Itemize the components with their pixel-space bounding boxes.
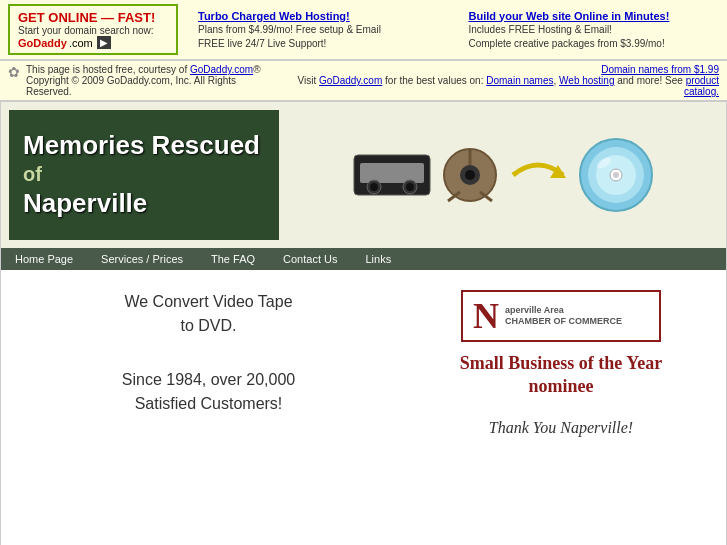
conversion-arrow-icon bbox=[508, 150, 568, 200]
web-hosting-link[interactable]: Web hosting bbox=[559, 75, 614, 86]
ad-links: Turbo Charged Web Hosting! Plans from $4… bbox=[188, 9, 719, 51]
nav-contact[interactable]: Contact Us bbox=[269, 248, 351, 270]
header-image bbox=[289, 110, 718, 240]
turbo-hosting-line1: Plans from $4.99/mo! Free setup & Email bbox=[198, 23, 449, 37]
svg-point-17 bbox=[613, 172, 619, 178]
nav-services[interactable]: Services / Prices bbox=[87, 248, 197, 270]
chamber-n: N bbox=[473, 298, 499, 334]
visit-text: Visit GoDaddy.com for the best values on… bbox=[275, 75, 719, 97]
ad-headline: GET ONLINE — FAST! bbox=[18, 10, 168, 25]
main-text-line2: to DVD. bbox=[31, 314, 386, 338]
godaddy-logo: GoDaddy bbox=[18, 37, 67, 49]
since-text-line2: Satisfied Customers! bbox=[31, 392, 386, 416]
logo-line2: of bbox=[23, 163, 265, 186]
chamber-subtitle: CHAMBER OF COMMERCE bbox=[505, 316, 622, 327]
site-header: Memories Rescued of Naperville bbox=[1, 102, 726, 248]
nav-home[interactable]: Home Page bbox=[1, 248, 87, 270]
turbo-hosting-line2: FREE live 24/7 Live Support! bbox=[198, 37, 449, 51]
nav-links[interactable]: Links bbox=[351, 248, 405, 270]
left-info: ✿ This page is hosted free, courtesy of … bbox=[8, 64, 275, 97]
since-text: Since 1984, over 20,000 Satisfied Custom… bbox=[31, 368, 386, 416]
since-text-line1: Since 1984, over 20,000 bbox=[31, 368, 386, 392]
ad-domain: GoDaddy .com ▶ bbox=[18, 36, 168, 49]
go-button[interactable]: ▶ bbox=[97, 36, 111, 49]
build-website-line2: Complete creative packages from $3.99/mo… bbox=[469, 37, 720, 51]
godaddy-link[interactable]: GoDaddy.com bbox=[190, 64, 253, 75]
godaddy-info-bar: ✿ This page is hosted free, courtesy of … bbox=[0, 60, 727, 101]
hosted-text: This page is hosted free, courtesy of Go… bbox=[26, 64, 275, 75]
vhs-tape-icon bbox=[352, 145, 432, 205]
svg-point-3 bbox=[370, 183, 378, 191]
logo-line3: Naperville bbox=[23, 188, 265, 219]
small-business-text: Small Business of the Year nominee bbox=[460, 352, 662, 399]
ad-link-col-2: Build your Web site Online in Minutes! I… bbox=[469, 9, 720, 51]
small-business-line1: Small Business of the Year bbox=[460, 352, 662, 375]
right-info: Domain names from $1.99 Visit GoDaddy.co… bbox=[275, 64, 719, 97]
domain-names-link[interactable]: Domain names bbox=[486, 75, 553, 86]
domain-suffix: .com bbox=[69, 37, 93, 49]
svg-point-5 bbox=[406, 183, 414, 191]
right-content: N aperville Area CHAMBER OF COMMERCE Sma… bbox=[406, 270, 726, 545]
main-text-line1: We Convert Video Tape bbox=[31, 290, 386, 314]
left-content: We Convert Video Tape to DVD. Since 1984… bbox=[1, 270, 406, 545]
top-ad-banner: GET ONLINE — FAST! Start your domain sea… bbox=[0, 0, 727, 60]
build-website-line1: Includes FREE Hosting & Email! bbox=[469, 23, 720, 37]
svg-point-8 bbox=[465, 170, 475, 180]
thank-you-text: Thank You Naperville! bbox=[489, 419, 633, 437]
godaddy-link2[interactable]: GoDaddy.com bbox=[319, 75, 382, 86]
domain-names-price-link[interactable]: Domain names from $1.99 bbox=[601, 64, 719, 75]
reel-tape-icon bbox=[440, 145, 500, 205]
ad-link-col-1: Turbo Charged Web Hosting! Plans from $4… bbox=[198, 9, 449, 51]
ad-sub: Start your domain search now: bbox=[18, 25, 168, 36]
hosted-info: This page is hosted free, courtesy of Go… bbox=[26, 64, 275, 97]
svg-rect-1 bbox=[360, 163, 424, 183]
nav-bar: Home Page Services / Prices The FAQ Cont… bbox=[1, 248, 726, 270]
page-content: We Convert Video Tape to DVD. Since 1984… bbox=[1, 270, 726, 545]
flower-icon: ✿ bbox=[8, 64, 20, 80]
nav-faq[interactable]: The FAQ bbox=[197, 248, 269, 270]
logo-line1: Memories Rescued bbox=[23, 131, 265, 160]
chamber-text: aperville Area CHAMBER OF COMMERCE bbox=[505, 305, 622, 327]
chamber-logo: N aperville Area CHAMBER OF COMMERCE bbox=[461, 290, 661, 342]
product-catalog-link[interactable]: product catalog. bbox=[684, 75, 719, 97]
chamber-name: aperville Area bbox=[505, 305, 622, 316]
small-business-line2: nominee bbox=[460, 375, 662, 398]
main-wrapper: Memories Rescued of Naperville bbox=[0, 101, 727, 545]
dvd-disc-icon bbox=[576, 135, 656, 215]
tape-dvd-illustration bbox=[352, 135, 656, 215]
logo-box: Memories Rescued of Naperville bbox=[9, 110, 279, 240]
turbo-hosting-link[interactable]: Turbo Charged Web Hosting! bbox=[198, 10, 350, 22]
copyright-text: Copyright © 2009 GoDaddy.com, Inc. All R… bbox=[26, 75, 275, 97]
godaddy-ad-box[interactable]: GET ONLINE — FAST! Start your domain sea… bbox=[8, 4, 178, 55]
main-text: We Convert Video Tape to DVD. bbox=[31, 290, 386, 338]
build-website-link[interactable]: Build your Web site Online in Minutes! bbox=[469, 10, 670, 22]
